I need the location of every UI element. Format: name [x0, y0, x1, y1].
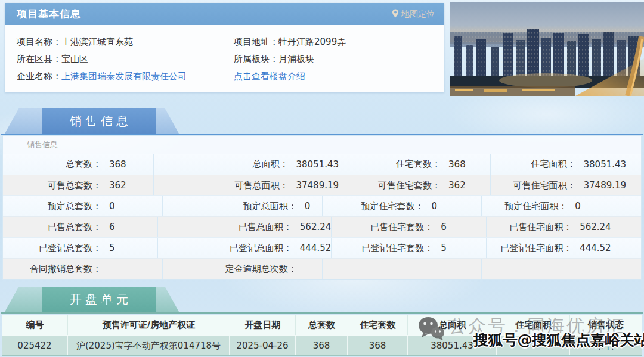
sales-status-badge: 在售: [570, 336, 642, 355]
cell-value: 37489.19: [296, 180, 339, 191]
cell-label: 预定住宅套数：: [323, 201, 424, 212]
sales-cell: 总面积：38051.43: [154, 154, 339, 175]
sales-cell: 住宅套数：368: [339, 154, 490, 175]
opening-date-cell: 2025-04-26: [230, 336, 296, 355]
cell-label: 已售总套数：: [3, 222, 101, 233]
field-plate: 所属板块： 月浦板块: [234, 51, 444, 68]
sales-cell: 合同撤销总套数：: [3, 259, 163, 279]
table-row: 已登记总套数：5 已登记总面积：444.52 已登记住宅套数：5 已登记住宅面积…: [3, 237, 641, 258]
sales-cell: 住宅面积：38051.43: [491, 154, 641, 175]
cell-label: 合同撤销总套数：: [3, 263, 101, 275]
project-info-header: 项目基本信息 地图定位: [5, 3, 444, 25]
sales-cell: 定金逾期总次数：: [163, 259, 323, 279]
sales-subheader: 销售信息: [3, 136, 641, 154]
field-district: 所在区县： 宝山区: [17, 51, 224, 68]
project-info-left-column: 项目名称： 上港滨江城宜东苑 所在区县： 宝山区 企业名称： 上港集团瑞泰发展有…: [5, 25, 224, 92]
project-info-body: 项目名称： 上港滨江城宜东苑 所在区县： 宝山区 企业名称： 上港集团瑞泰发展有…: [5, 25, 444, 92]
cell-label: 已售住宅套数：: [332, 222, 433, 233]
map-locate-label: 地图定位: [401, 9, 435, 20]
table-row: 总套数：368 总面积：38051.43 住宅套数：368 住宅面积：38051…: [3, 154, 641, 175]
building-intro-link[interactable]: 点击查看楼盘介绍: [234, 71, 305, 82]
column-header: 住宅套数: [348, 315, 408, 335]
cell-value: 6: [109, 222, 115, 232]
cell-label: 总套数：: [3, 159, 101, 170]
cell-value: 38051.43: [584, 159, 627, 170]
sales-tab-title: 销售信息: [42, 108, 156, 134]
cell-value: 362: [109, 180, 126, 191]
cell-value: 562.24: [580, 222, 611, 232]
license-cell: 沪(2025)宝字不动产权第014718号: [68, 336, 230, 355]
sales-cell: 可售住宅面积：37489.19: [491, 175, 641, 195]
field-label: 项目名称：: [17, 36, 61, 48]
cell-value: 0: [575, 201, 581, 212]
opening-section-tab: 开盘单元: [5, 287, 179, 312]
field-value: 上港滨江城宜东苑: [61, 36, 133, 48]
field-label: 企业名称：: [17, 71, 61, 82]
column-header: 总套数: [296, 315, 348, 335]
cell-label: 住宅套数：: [339, 159, 441, 170]
field-address: 项目地址： 牡丹江路2099弄: [234, 33, 444, 51]
project-info-panel: 项目基本信息 地图定位 项目名称： 上港滨江城宜东苑 所在区县： 宝山区 企业名…: [5, 3, 444, 92]
cell-value: 368: [109, 159, 126, 170]
cell-label: 可售住宅面积：: [491, 180, 576, 191]
sales-cell: 可售总套数：362: [3, 175, 154, 195]
cell-label: 可售总套数：: [3, 180, 101, 191]
location-pin-icon: [392, 9, 399, 20]
cell-label: 定金逾期总次数：: [163, 263, 297, 275]
column-header: 住宅面积: [497, 315, 570, 335]
sales-cell: 已登记总套数：5: [3, 238, 158, 258]
sales-cell: 可售总面积：37489.19: [154, 175, 339, 195]
opening-tab-title: 开盘单元: [42, 287, 156, 312]
project-info-right-column: 项目地址： 牡丹江路2099弄 所属板块： 月浦板块 点击查看楼盘介绍: [224, 25, 444, 92]
table-row: 预定总套数：0 预定总面积：0 预定住宅套数：0 预定住宅面积：0: [3, 195, 641, 216]
column-header: 开盘日期: [230, 315, 296, 335]
sales-cell: 预定住宅套数：0: [323, 196, 482, 216]
map-locate-button[interactable]: 地图定位: [392, 9, 435, 20]
sales-cell: 可售住宅套数：362: [339, 175, 490, 195]
cell-value: 38051.43: [296, 159, 339, 170]
cell-value: 0: [305, 201, 311, 212]
cell-label: 已售总面积：: [158, 222, 292, 233]
project-info-title: 项目基本信息: [17, 7, 81, 21]
cell-value: 6: [441, 222, 447, 232]
sales-cell: 已登记住宅套数：5: [332, 238, 487, 258]
unit-number-cell: 025422: [2, 336, 68, 355]
sales-cell: 已售住宅面积：562.24: [487, 217, 641, 237]
field-label: 所属板块：: [234, 54, 278, 65]
cell-label: 可售总面积：: [154, 180, 288, 191]
sales-cell: 已登记住宅面积：444.52: [487, 238, 641, 258]
sales-info-panel: 销售信息 总套数：368 总面积：38051.43 住宅套数：368 住宅面积：…: [2, 135, 642, 280]
cell-value: 0: [109, 201, 115, 212]
field-label: 所在区县：: [17, 54, 61, 65]
total-area-cell: 38051.43: [408, 336, 497, 355]
sales-cell: 预定总面积：0: [163, 196, 323, 216]
cell-value: 562.24: [300, 222, 332, 232]
sales-cell: 预定总套数：0: [3, 196, 163, 216]
company-link[interactable]: 上港集团瑞泰发展有限责任公司: [61, 71, 187, 82]
sales-cell: 已售总套数：6: [3, 217, 158, 237]
sales-cell: [482, 259, 641, 279]
cell-value: 444.52: [580, 243, 611, 253]
field-value: 宝山区: [61, 54, 88, 65]
field-label: 项目地址：: [234, 36, 278, 48]
cell-value: 362: [448, 180, 466, 191]
sales-cell: 已售总面积：562.24: [158, 217, 332, 237]
table-row: 已售总套数：6 已售总面积：562.24 已售住宅套数：6 已售住宅面积：562…: [3, 216, 641, 237]
column-header: 销售状态: [570, 315, 642, 335]
total-units-cell: 368: [296, 336, 348, 355]
cell-value: 444.52: [300, 243, 332, 253]
column-header: 编号: [2, 315, 68, 335]
cell-label: 预定住宅面积：: [482, 201, 567, 212]
field-value: 月浦板块: [278, 54, 314, 65]
opening-table-header: 编号 预售许可证/房地产权证 开盘日期 总套数 住宅套数 总面积 住宅面积 销售…: [2, 315, 642, 335]
field-value: 牡丹江路2099弄: [278, 36, 346, 48]
teal-divider: [1, 312, 643, 314]
column-header: 预售许可证/房地产权证: [68, 315, 230, 335]
sales-cell: 已登记总面积：444.52: [158, 238, 332, 258]
field-project-name: 项目名称： 上港滨江城宜东苑: [17, 33, 224, 51]
sales-cell: [323, 259, 482, 279]
cell-label: 总面积：: [154, 159, 288, 170]
cell-label: 可售住宅套数：: [339, 180, 441, 191]
table-row: 025422 沪(2025)宝字不动产权第014718号 2025-04-26 …: [2, 335, 642, 356]
table-row: 合同撤销总套数： 定金逾期总次数：: [3, 258, 641, 279]
